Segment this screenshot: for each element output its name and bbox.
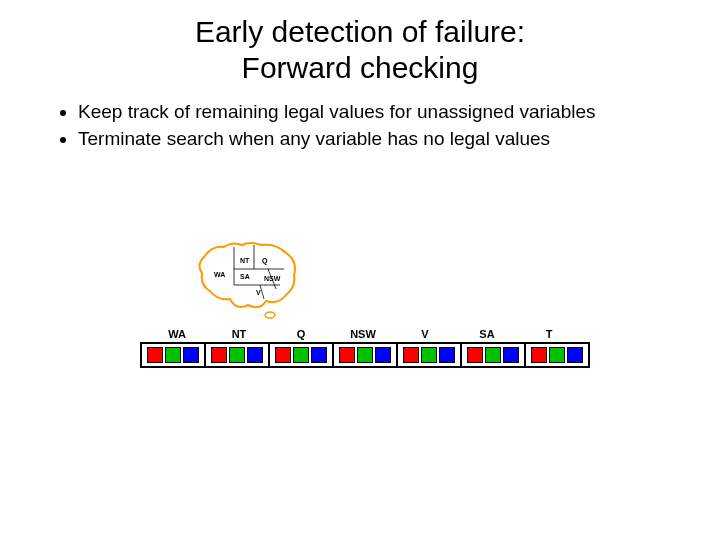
- bullet-item: Terminate search when any variable has n…: [78, 127, 700, 152]
- var-header: WA: [146, 328, 208, 340]
- green-value-icon: [485, 347, 501, 363]
- slide-title: Early detection of failure: Forward chec…: [0, 14, 720, 86]
- domain-cell-nt: [206, 344, 270, 366]
- map-label-v: V: [256, 289, 261, 296]
- domain-cell-t: [526, 344, 588, 366]
- var-header: T: [518, 328, 580, 340]
- green-value-icon: [357, 347, 373, 363]
- red-value-icon: [403, 347, 419, 363]
- domain-headers: WA NT Q NSW V SA T: [146, 328, 580, 340]
- var-header: NT: [208, 328, 270, 340]
- australia-map-icon: WA NT Q SA NSW V: [190, 235, 310, 320]
- green-value-icon: [293, 347, 309, 363]
- red-value-icon: [147, 347, 163, 363]
- var-header: Q: [270, 328, 332, 340]
- domain-row: [140, 342, 590, 368]
- green-value-icon: [549, 347, 565, 363]
- domain-cell-nsw: [334, 344, 398, 366]
- map-label-nt: NT: [240, 257, 249, 264]
- green-value-icon: [421, 347, 437, 363]
- red-value-icon: [339, 347, 355, 363]
- blue-value-icon: [439, 347, 455, 363]
- map-label-q: Q: [262, 257, 267, 264]
- var-header: NSW: [332, 328, 394, 340]
- map-label-nsw: NSW: [264, 275, 280, 282]
- blue-value-icon: [247, 347, 263, 363]
- red-value-icon: [467, 347, 483, 363]
- green-value-icon: [229, 347, 245, 363]
- map-label-sa: SA: [240, 273, 250, 280]
- domain-cell-sa: [462, 344, 526, 366]
- title-line2: Forward checking: [242, 51, 479, 84]
- red-value-icon: [275, 347, 291, 363]
- domain-cell-v: [398, 344, 462, 366]
- forward-checking-figure: WA NT Q SA NSW V WA NT Q NSW V SA T: [140, 235, 580, 368]
- blue-value-icon: [375, 347, 391, 363]
- domain-cell-wa: [142, 344, 206, 366]
- blue-value-icon: [503, 347, 519, 363]
- blue-value-icon: [311, 347, 327, 363]
- map-label-wa: WA: [214, 271, 225, 278]
- green-value-icon: [165, 347, 181, 363]
- var-header: SA: [456, 328, 518, 340]
- blue-value-icon: [567, 347, 583, 363]
- svg-point-0: [265, 312, 275, 318]
- title-line1: Early detection of failure:: [195, 15, 525, 48]
- var-header: V: [394, 328, 456, 340]
- red-value-icon: [531, 347, 547, 363]
- domain-cell-q: [270, 344, 334, 366]
- bullet-item: Keep track of remaining legal values for…: [78, 100, 700, 125]
- bullet-list: Keep track of remaining legal values for…: [38, 100, 700, 151]
- blue-value-icon: [183, 347, 199, 363]
- red-value-icon: [211, 347, 227, 363]
